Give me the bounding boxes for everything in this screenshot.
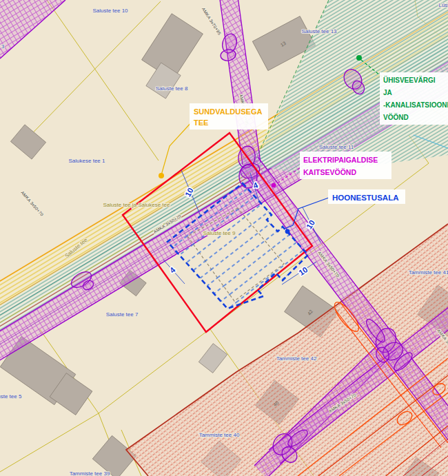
annotation-line: KAITSEVÖÖND — [303, 168, 356, 176]
map-label: Tammiste tee 39 — [70, 470, 110, 476]
map-label: Lüst — [438, 2, 448, 8]
map-label: Tammiste tee 42 — [276, 355, 317, 362]
annotation-sundvaldusega-tee: SUNDVALDUSEGA TEE — [190, 103, 268, 130]
electric-marker-dot — [272, 183, 276, 187]
map-label: Saluste tee 9 — [203, 230, 236, 236]
plan-map-stage: Saluste tee 10Saluste tee 13Saluste tee … — [0, 0, 448, 476]
map-label: Tammiste tee 40 — [199, 432, 240, 438]
map-label: Saluste tee 11 — [319, 144, 354, 150]
annotation-elektripaigaldise: ELEKTRIPAIGALDISE KAITSEVÖÖND — [300, 152, 391, 179]
annotation-line: SUNDVALDUSEGA — [194, 107, 262, 116]
hoonestusala-marker-dot — [285, 229, 290, 234]
map-label: Saluste tee 8 — [156, 85, 188, 92]
map-label: Saluste tee 13 — [301, 28, 337, 34]
plan-map: Saluste tee 10Saluste tee 13Saluste tee … — [0, 0, 448, 476]
water-marker-dot — [356, 55, 362, 61]
annotation-line: HOONESTUSALA — [332, 194, 398, 202]
annotation-uhisveevargi: ÜHISVEEVÄRGI JA -KANALISATSIOONI VÖÖND — [380, 72, 448, 125]
map-label: Saluste tee ja Salukese tee — [103, 202, 171, 208]
annotation-line: TEE — [194, 118, 208, 127]
map-label: Saluste tee 7 — [106, 311, 139, 318]
map-label: 3 — [1, 43, 5, 50]
map-label: Tammiste tee 41 — [409, 269, 448, 276]
annotation-line: JA — [383, 89, 392, 96]
map-label: Saluste tee 5 — [0, 393, 22, 400]
road-marker-dot — [159, 173, 164, 178]
annotation-line: -KANALISATSIOONI — [383, 101, 448, 109]
map-label: Saluste tee 10 — [92, 8, 128, 14]
annotation-line: VÖÖND — [383, 113, 409, 121]
annotation-line: ÜHISVEEVÄRGI — [383, 76, 436, 84]
annotation-hoonestusala: HOONESTUSALA — [328, 189, 405, 204]
map-label: Salukese tee 1 — [69, 158, 105, 164]
annotation-line: ELEKTRIPAIGALDISE — [303, 156, 378, 164]
